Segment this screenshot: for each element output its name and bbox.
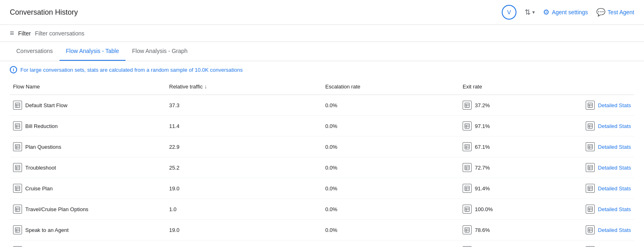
- svg-rect-12: [15, 124, 20, 128]
- info-banner: i For large conversation sets, stats are…: [0, 61, 644, 78]
- flow-name-table-icon-2[interactable]: [13, 142, 22, 151]
- svg-rect-68: [588, 207, 592, 211]
- cell-escalation-rate-7: 0.0%: [322, 240, 459, 247]
- flow-name-table-icon-0[interactable]: [13, 101, 22, 110]
- exit-rate-table-icon-6[interactable]: [463, 225, 472, 234]
- detailed-stats-table-icon-2[interactable]: [586, 142, 595, 151]
- detailed-stats-table-icon-5[interactable]: [586, 205, 595, 214]
- cell-relative-traffic-7: 14.1: [166, 240, 322, 247]
- filter-bar: ≡ Filter Filter conversations: [0, 25, 644, 42]
- info-icon: i: [10, 66, 17, 73]
- svg-rect-80: [588, 227, 592, 232]
- detailed-stats-link-4[interactable]: Detailed Stats: [598, 185, 631, 192]
- detailed-stats-table-icon-1[interactable]: [586, 121, 595, 130]
- detailed-stats-link-6[interactable]: Detailed Stats: [598, 227, 631, 233]
- table-row: Bill Reduction 11.4 0.0% 97.1% Detailed …: [10, 116, 634, 137]
- exit-rate-value-5: 100.0%: [475, 206, 493, 212]
- cell-relative-traffic-0: 37.3: [166, 95, 322, 116]
- detailed-stats-link-2[interactable]: Detailed Stats: [598, 144, 631, 150]
- flow-name-text-4: Cruise Plan: [25, 185, 53, 192]
- svg-rect-44: [588, 165, 592, 170]
- table-row: Troubleshoot 25.2 0.0% 72.7% Detailed St…: [10, 157, 634, 178]
- cell-flow-name-1: Bill Reduction: [10, 116, 166, 137]
- detailed-stats-table-icon-0[interactable]: [586, 101, 595, 110]
- detailed-stats-link-0[interactable]: Detailed Stats: [598, 102, 631, 108]
- exit-rate-table-icon-5[interactable]: [463, 205, 472, 214]
- flow-name-table-icon-1[interactable]: [13, 121, 22, 130]
- table-row: Cruise Plan 19.0 0.0% 91.4% Detailed Sta…: [10, 178, 634, 199]
- cell-escalation-rate-6: 0.0%: [322, 220, 459, 240]
- svg-rect-20: [588, 124, 592, 128]
- svg-rect-24: [15, 144, 20, 149]
- agent-settings-label: Agent settings: [552, 9, 588, 15]
- sort-arrows-icon: ⇅: [525, 8, 531, 17]
- svg-rect-40: [465, 165, 469, 170]
- cell-flow-name-6: Speak to an Agent: [10, 220, 166, 240]
- test-agent-link[interactable]: 💬 Test Agent: [596, 8, 634, 17]
- filter-label: Filter: [18, 30, 31, 37]
- sort-button[interactable]: ⇅ ▾: [525, 8, 535, 17]
- exit-rate-table-icon-0[interactable]: [463, 101, 472, 110]
- svg-rect-76: [465, 227, 469, 232]
- escalation-rate-value-0: 0.0%: [325, 102, 337, 108]
- exit-rate-value-6: 78.6%: [475, 227, 490, 233]
- flow-name-text-3: Troubleshoot: [25, 165, 56, 171]
- svg-rect-0: [15, 103, 20, 107]
- tab-flow-analysis-table[interactable]: Flow Analysis - Table: [60, 42, 126, 61]
- escalation-rate-value-4: 0.0%: [325, 185, 337, 192]
- detailed-stats-link-5[interactable]: Detailed Stats: [598, 206, 631, 212]
- sort-down-icon: ↓: [204, 83, 207, 90]
- table-row: Speak to an Agent 19.0 0.0% 78.6% Detail…: [10, 220, 634, 240]
- detailed-stats-link-1[interactable]: Detailed Stats: [598, 123, 631, 129]
- flow-name-table-icon-3[interactable]: [13, 163, 22, 172]
- exit-rate-table-icon-1[interactable]: [463, 121, 472, 130]
- detailed-stats-link-3[interactable]: Detailed Stats: [598, 165, 631, 171]
- flow-name-table-icon-5[interactable]: [13, 205, 22, 214]
- exit-rate-value-1: 97.1%: [475, 123, 490, 129]
- cell-exit-rate-3: 72.7% Detailed Stats: [459, 157, 634, 178]
- cell-exit-rate-4: 91.4% Detailed Stats: [459, 178, 634, 199]
- cell-relative-traffic-3: 25.2: [166, 157, 322, 178]
- cell-flow-name-5: Travel/Cruise Plan Options: [10, 199, 166, 220]
- filter-placeholder[interactable]: Filter conversations: [35, 30, 84, 37]
- relative-traffic-value-1: 11.4: [169, 123, 179, 129]
- exit-rate-value-4: 91.4%: [475, 185, 490, 192]
- tab-conversations[interactable]: Conversations: [10, 42, 60, 61]
- test-agent-label: Test Agent: [608, 9, 634, 15]
- svg-rect-16: [465, 124, 469, 128]
- exit-rate-value-0: 37.2%: [475, 102, 490, 108]
- cell-exit-rate-2: 67.1% Detailed Stats: [459, 137, 634, 157]
- flow-name-table-icon-4[interactable]: [13, 184, 22, 193]
- tab-flow-analysis-graph[interactable]: Flow Analysis - Graph: [126, 42, 194, 61]
- cell-escalation-rate-5: 0.0%: [322, 199, 459, 220]
- cell-exit-rate-7: 95.3% Detailed Stats: [459, 240, 634, 247]
- exit-rate-table-icon-2[interactable]: [463, 142, 472, 151]
- flow-name-text-0: Default Start Flow: [25, 102, 67, 108]
- escalation-rate-value-6: 0.0%: [325, 227, 337, 233]
- flow-name-table-icon-6[interactable]: [13, 225, 22, 234]
- cell-flow-name-2: Plan Questions: [10, 137, 166, 157]
- tabs-bar: Conversations Flow Analysis - Table Flow…: [0, 42, 644, 61]
- detailed-stats-table-icon-6[interactable]: [586, 225, 595, 234]
- table-row: Travel/Cruise Plan Options 1.0 0.0% 100.…: [10, 199, 634, 220]
- exit-rate-table-icon-3[interactable]: [463, 163, 472, 172]
- detailed-stats-table-icon-3[interactable]: [586, 163, 595, 172]
- cell-escalation-rate-3: 0.0%: [322, 157, 459, 178]
- relative-traffic-value-6: 19.0: [169, 227, 179, 233]
- cell-relative-traffic-2: 22.9: [166, 137, 322, 157]
- cell-exit-rate-6: 78.6% Detailed Stats: [459, 220, 634, 240]
- svg-rect-56: [588, 186, 592, 190]
- cell-escalation-rate-1: 0.0%: [322, 116, 459, 137]
- detailed-stats-table-icon-4[interactable]: [586, 184, 595, 193]
- chevron-down-icon: ▾: [532, 9, 535, 15]
- avatar[interactable]: V: [502, 5, 516, 20]
- svg-rect-48: [15, 186, 20, 190]
- cell-relative-traffic-5: 1.0: [166, 199, 322, 220]
- flow-name-text-6: Speak to an Agent: [25, 227, 68, 233]
- cell-escalation-rate-4: 0.0%: [322, 178, 459, 199]
- svg-rect-8: [588, 103, 592, 107]
- relative-traffic-value-4: 19.0: [169, 185, 179, 192]
- agent-settings-link[interactable]: ⚙ Agent settings: [543, 8, 588, 17]
- exit-rate-table-icon-4[interactable]: [463, 184, 472, 193]
- col-header-relative-traffic[interactable]: Relative traffic ↓: [166, 78, 322, 95]
